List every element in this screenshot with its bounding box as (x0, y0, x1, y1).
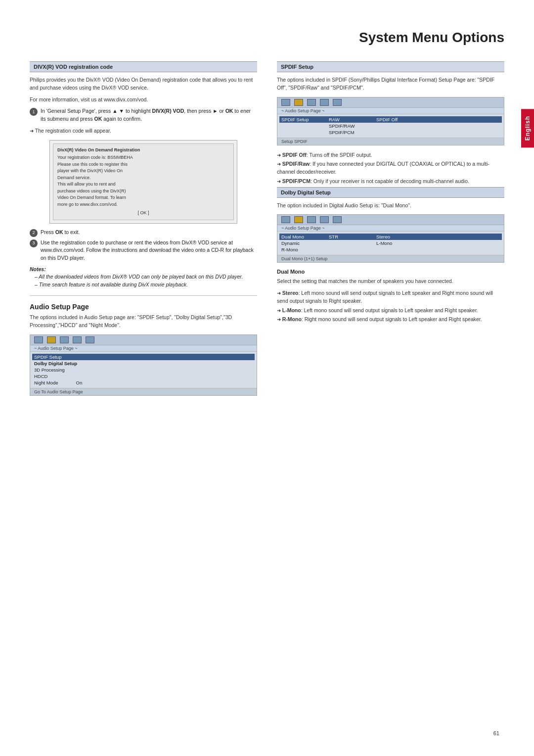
audio-setup-title: Audio Setup Page (30, 303, 257, 311)
screen-line3: player with the DivX(R) Video On (57, 168, 229, 175)
spdif-menu-subtitle: ~ Audio Setup Page ~ (277, 108, 504, 114)
menu-item-hdcd-label: HDCD (34, 374, 47, 379)
spdif-b3-bold: SPDIF/PCM (282, 178, 311, 184)
spdif-bullet-3: SPDIF/PCM: Only if your receiver is not … (277, 178, 504, 186)
dm-b3-bold: R-Mono (282, 316, 302, 322)
menu-footer: Go To Audio Setup Page (30, 388, 257, 395)
spdif-b1-text: : Turns off the SPDIF output. (307, 152, 372, 158)
divider (30, 295, 257, 296)
dolby-r2-c3: L-Mono (376, 240, 416, 246)
dolby-menu-topbar (277, 215, 504, 225)
right-column: SPDIF Setup The options included in SPDI… (277, 61, 504, 402)
step-1-number: 1 (30, 108, 38, 116)
spdif-icon-2 (294, 99, 303, 106)
note-2: – Time search feature is not available d… (30, 281, 257, 289)
menu-item-night-value: On (76, 380, 83, 385)
arrow-registration: The registration code will appear. (30, 127, 257, 135)
screen-title: DivX(R) Video On Demand Registration (57, 147, 229, 154)
dolby-icon-3 (307, 216, 316, 223)
step-1-ok: OK (225, 108, 233, 114)
dolby-icon-5 (333, 216, 342, 223)
dolby-intro: The option included in Digital Audio Set… (277, 202, 504, 210)
menu-topbar (30, 335, 257, 345)
dolby-row-2: Dynamic L-Mono (281, 240, 500, 246)
step-2-number: 2 (30, 229, 38, 237)
dolby-r3-c3: R-Mono (281, 247, 321, 252)
dm-b1-text: : Left mono sound will send output signa… (277, 290, 493, 304)
dolby-section-header: Dolby Digital Setup (277, 187, 504, 198)
dolby-icon-1 (281, 216, 290, 223)
screen-inner: DivX(R) Video On Demand Registration You… (53, 143, 234, 220)
dolby-r1-c1: Dual Mono (281, 234, 321, 239)
spdif-r1-c1 (281, 123, 321, 129)
menu-icon-3 (60, 336, 69, 343)
dolby-row-3: R-Mono (281, 246, 500, 253)
menu-item-spdif: SPDIF Setup (32, 354, 255, 360)
language-tab: English (521, 109, 534, 147)
spdif-r2-c1 (281, 130, 321, 135)
page-number: 61 (493, 730, 499, 736)
menu-item-3d: 3D Processing (34, 367, 253, 373)
dolby-r1-c2: STR (329, 234, 368, 239)
menu-item-spdif-label: SPDIF Setup (34, 354, 61, 360)
step-3-text: Use the registration code to purchase or… (41, 239, 257, 262)
menu-body: SPDIF Setup Dolby Digital Setup 3D Proce… (30, 352, 257, 388)
spdif-row-2: SPDIF/PCM (281, 129, 500, 136)
dual-mono-bullet-2: L-Mono: Left mono sound will send output… (277, 307, 504, 315)
dual-mono-intro: Select the setting that matches the numb… (277, 278, 504, 285)
step-3-number: 3 (30, 239, 38, 247)
spdif-col3: SPDIF Off (376, 117, 416, 122)
notes-section: Notes: – All the downloaded videos from … (30, 266, 257, 289)
spdif-icon-3 (307, 99, 316, 106)
divx-visit: For more information, visit us at www.di… (30, 96, 257, 104)
spdif-menu-footer: Setup SPDIF (277, 138, 504, 145)
spdif-menu-body: SPDIF Setup RAW SPDIF Off SPDIF/RAW SPDI… (277, 114, 504, 138)
screen-ok-btn: [ OK ] (57, 210, 229, 217)
spdif-menu-topbar (277, 97, 504, 108)
two-column-layout: DIVX(R) VOD registration code Philips pr… (30, 61, 504, 402)
spdif-b3-text: : Only if your receiver is not capable o… (311, 178, 469, 184)
menu-icon-1 (34, 336, 43, 343)
step-2-ok: OK (55, 229, 63, 235)
step-1-ok2: OK (94, 116, 102, 122)
dm-b1-bold: Stereo (282, 290, 299, 296)
dm-b2-bold: L-Mono (282, 307, 301, 313)
spdif-r2-c2: SPDIF/PCM (329, 130, 368, 135)
menu-item-night: Night Mode On (34, 379, 253, 386)
note-1: – All the downloaded videos from DivX® V… (30, 273, 257, 281)
dolby-icon-4 (320, 216, 329, 223)
spdif-row-header: SPDIF Setup RAW SPDIF Off (279, 116, 502, 123)
dolby-menu-subtitle: ~ Audio Setup Page ~ (277, 225, 504, 232)
step-1: 1 In 'General Setup Page', press ▲ ▼ to … (30, 107, 257, 123)
dual-mono-bullet-3: R-Mono: Right mono sound will send outpu… (277, 316, 504, 324)
spdif-intro: The options included in SPDIF (Sony/Phil… (277, 76, 504, 92)
spdif-bullet-2: SPDIF/Raw: If you have connected your DI… (277, 160, 504, 176)
page-title: System Menu Options (30, 30, 504, 49)
step-2-text: Press OK to exit. (41, 229, 80, 237)
step-2: 2 Press OK to exit. (30, 229, 257, 237)
dolby-menu: ~ Audio Setup Page ~ Dual Mono STR Stere… (277, 214, 504, 263)
dolby-r2-c1: Dynamic (281, 240, 321, 246)
dolby-menu-footer: Dual Mono (1+1) Setup (277, 255, 504, 262)
spdif-icon-4 (320, 99, 329, 106)
dual-mono-title: Dual Mono (277, 269, 504, 275)
divx-screen-mockup: DivX(R) Video On Demand Registration You… (49, 140, 237, 224)
page-container: English System Menu Options DIVX(R) VOD … (0, 0, 534, 756)
spdif-icon-5 (333, 99, 342, 106)
menu-icon-4 (73, 336, 82, 343)
menu-icon-5 (86, 336, 94, 343)
menu-subtitle: ~ Audio Setup Page ~ (30, 345, 257, 352)
audio-setup-menu: ~ Audio Setup Page ~ SPDIF Setup Dolby D… (30, 334, 257, 396)
notes-title: Notes: (30, 266, 257, 272)
menu-item-night-label: Night Mode (34, 380, 58, 385)
dual-mono-bullet-1: Stereo: Left mono sound will send output… (277, 289, 504, 305)
screen-line2: Please use this code to register this (57, 161, 229, 168)
menu-icon-2 (47, 336, 56, 343)
step-1-bold: DIVX(R) VOD (152, 108, 184, 114)
spdif-bullet-1: SPDIF Off: Turns off the SPDIF output. (277, 151, 504, 159)
dolby-menu-body: Dual Mono STR Stereo Dynamic L-Mono R-Mo… (277, 232, 504, 255)
dolby-row-1: Dual Mono STR Stereo (279, 234, 502, 240)
left-column: DIVX(R) VOD registration code Philips pr… (30, 61, 257, 402)
divx-section-header: DIVX(R) VOD registration code (30, 61, 257, 72)
spdif-b2-bold: SPDIF/Raw (282, 161, 310, 167)
